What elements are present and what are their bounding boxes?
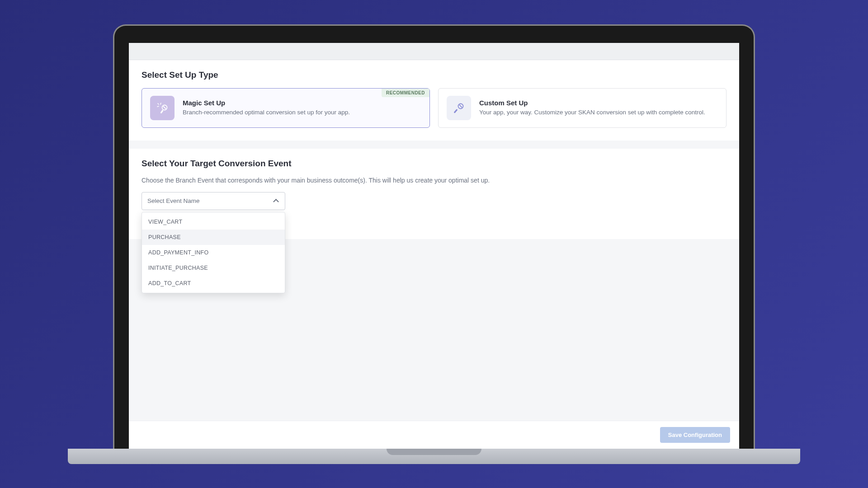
conversion-event-sub: Choose the Branch Event that corresponds…	[142, 177, 726, 184]
conversion-event-section: Select Your Target Conversion Event Choo…	[129, 149, 739, 239]
magic-setup-title: Magic Set Up	[183, 99, 421, 107]
dropdown-option-add-to-cart[interactable]: ADD_TO_CART	[142, 276, 285, 291]
chevron-up-icon	[274, 198, 279, 204]
event-name-select[interactable]: Select Event Name	[142, 192, 285, 210]
custom-setup-desc: Your app, your way. Customize your SKAN …	[479, 108, 718, 117]
event-name-placeholder: Select Event Name	[147, 197, 200, 204]
conversion-event-title: Select Your Target Conversion Event	[142, 159, 726, 169]
recommended-badge: RECOMMENDED	[382, 89, 429, 97]
svg-rect-1	[160, 110, 163, 113]
wrench-icon	[447, 96, 471, 120]
magic-wand-icon	[150, 96, 175, 120]
magic-setup-desc: Branch-recommended optimal conversion se…	[183, 108, 421, 117]
svg-rect-3	[454, 109, 458, 113]
dropdown-option-view-cart[interactable]: VIEW_CART	[142, 214, 285, 230]
event-name-dropdown: VIEW_CART PURCHASE ADD_PAYMENT_INFO INIT…	[142, 212, 285, 293]
custom-setup-card[interactable]: Custom Set Up Your app, your way. Custom…	[438, 88, 726, 128]
setup-type-title: Select Set Up Type	[142, 70, 726, 80]
laptop-base	[68, 449, 800, 464]
magic-setup-card[interactable]: RECOMMENDED Magic Set Up	[142, 88, 430, 128]
dropdown-option-add-payment-info[interactable]: ADD_PAYMENT_INFO	[142, 245, 285, 260]
dropdown-option-initiate-purchase[interactable]: INITIATE_PURCHASE	[142, 260, 285, 276]
custom-setup-title: Custom Set Up	[479, 99, 718, 107]
dropdown-option-purchase[interactable]: PURCHASE	[142, 230, 285, 245]
top-bar	[129, 43, 739, 60]
save-configuration-button[interactable]: Save Configuration	[660, 427, 730, 443]
footer-bar: Save Configuration	[129, 421, 739, 449]
setup-type-section: Select Set Up Type RECOMMENDED	[129, 60, 739, 141]
